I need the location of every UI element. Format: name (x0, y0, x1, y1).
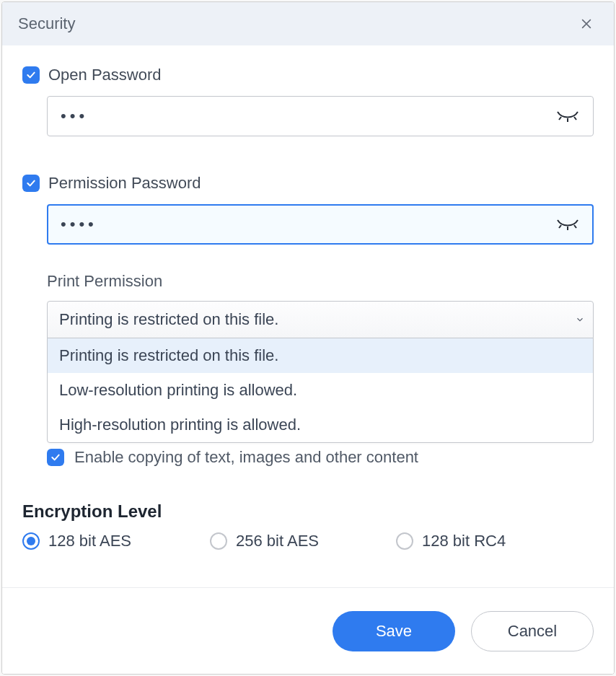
radio-icon (210, 532, 227, 550)
eye-closed-icon (556, 109, 579, 123)
dialog-title: Security (18, 14, 75, 33)
dialog-body: Open Password Permission Password (2, 45, 614, 587)
close-icon (579, 17, 594, 31)
save-button[interactable]: Save (333, 611, 455, 651)
encryption-option-label: 128 bit RC4 (422, 532, 506, 550)
print-permission-option[interactable]: Low-resolution printing is allowed. (48, 373, 593, 408)
open-password-field-wrap (47, 96, 594, 136)
enable-copy-label: Enable copying of text, images and other… (74, 448, 418, 467)
permission-password-input[interactable] (47, 204, 594, 245)
enable-copy-row: Enable copying of text, images and other… (47, 448, 594, 467)
encryption-option-128rc4[interactable]: 128 bit RC4 (396, 532, 594, 550)
print-permission-option[interactable]: High-resolution printing is allowed. (48, 408, 593, 442)
under-dropdown-area: Enable copying of text, images and other… (22, 448, 594, 467)
check-icon (25, 177, 37, 189)
print-permission-label: Print Permission (47, 272, 594, 291)
permission-password-checkbox[interactable] (22, 175, 40, 192)
print-permission-dropdown: Printing is restricted on this file. Low… (47, 338, 594, 443)
print-permission-section: Print Permission Printing is restricted … (47, 272, 594, 338)
check-icon (50, 452, 61, 463)
permission-password-field-wrap (47, 204, 594, 245)
radio-icon (22, 532, 40, 550)
encryption-option-128aes[interactable]: 128 bit AES (22, 532, 210, 550)
print-permission-select: Printing is restricted on this file. Pri… (47, 301, 594, 338)
permission-password-visibility-toggle[interactable] (555, 211, 581, 237)
dialog-footer: Save Cancel (2, 587, 614, 674)
chevron-down-icon (567, 302, 593, 338)
encryption-option-256aes[interactable]: 256 bit AES (210, 532, 396, 550)
encryption-option-label: 256 bit AES (236, 532, 319, 550)
security-dialog: Security Open Password (1, 1, 615, 675)
open-password-input[interactable] (47, 96, 594, 136)
encryption-option-label: 128 bit AES (48, 532, 131, 550)
close-button[interactable] (575, 12, 598, 35)
encryption-section: Encryption Level 128 bit AES 256 bit AES… (22, 501, 594, 550)
cancel-button[interactable]: Cancel (471, 611, 594, 651)
check-icon (25, 69, 37, 81)
permission-password-label: Permission Password (48, 174, 201, 193)
radio-icon (396, 532, 413, 550)
encryption-radio-group: 128 bit AES 256 bit AES 128 bit RC4 (22, 532, 594, 550)
open-password-checkbox[interactable] (22, 66, 40, 84)
enable-copy-checkbox[interactable] (47, 449, 64, 466)
print-permission-option[interactable]: Printing is restricted on this file. (48, 338, 593, 373)
print-permission-select-button[interactable]: Printing is restricted on this file. (47, 301, 594, 338)
encryption-title: Encryption Level (22, 501, 594, 522)
open-password-row: Open Password (22, 66, 594, 84)
titlebar: Security (2, 2, 614, 45)
eye-closed-icon (556, 217, 579, 232)
open-password-label: Open Password (48, 66, 162, 84)
permission-password-row: Permission Password (22, 174, 594, 193)
print-permission-selected-value: Printing is restricted on this file. (59, 310, 278, 329)
open-password-visibility-toggle[interactable] (555, 103, 581, 129)
